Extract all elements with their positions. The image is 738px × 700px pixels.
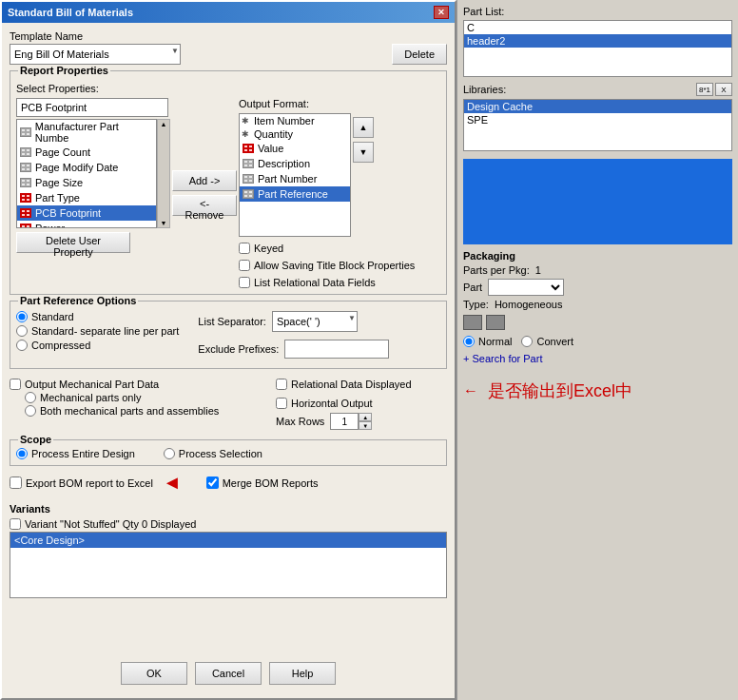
close-button[interactable]: ✕ [434, 6, 449, 19]
list-item[interactable]: Page Modify Date [17, 160, 156, 175]
move-down-button[interactable]: ▼ [353, 142, 374, 163]
output-list-item[interactable]: ✱ Item Number [240, 114, 350, 127]
list-relational-checkbox[interactable] [239, 277, 250, 288]
bottom-buttons: OK Cancel Help [10, 656, 447, 690]
mechanical-only-radio[interactable] [25, 392, 36, 403]
output-format-label: Output Format: [239, 98, 415, 109]
compressed-label: Compressed [31, 340, 90, 351]
properties-filter-input[interactable] [16, 98, 168, 117]
merge-bom-right: Merge BOM Reports [206, 476, 319, 489]
lib-close-button[interactable]: X [715, 83, 732, 96]
process-entire-radio[interactable] [16, 448, 28, 459]
list-item[interactable]: Manufacturer Part Numbe [17, 120, 156, 145]
scroll-arrows: ▲ ▼ [157, 119, 170, 228]
cancel-button[interactable]: Cancel [195, 662, 262, 685]
list-relational-label: List Relational Data Fields [254, 277, 376, 288]
type-row: Type: Homogeneous [463, 299, 732, 310]
mechanical-only-label: Mechanical parts only [40, 392, 141, 403]
normal-radio[interactable] [463, 336, 475, 347]
output-format-area: Output Format: ✱ Item Number ✱ Quantity [239, 98, 415, 288]
part-select[interactable] [488, 279, 564, 296]
libraries-section: Libraries: 8*1 X Design Cache SPE [463, 83, 732, 151]
type-label: Type: [463, 299, 489, 310]
horizontal-output-checkbox[interactable] [276, 398, 287, 409]
search-part-row: + Search for Part [463, 353, 732, 364]
annotation-section: ← 是否输出到Excel中 [463, 379, 732, 402]
part-list-item-selected[interactable]: header2 [464, 34, 731, 48]
process-selection-radio[interactable] [164, 448, 175, 459]
libraries-header: Libraries: 8*1 X [463, 83, 732, 96]
variant-list-item[interactable]: <Core Design> [10, 533, 446, 548]
table-icon [242, 187, 255, 201]
merge-bom-checkbox[interactable] [206, 476, 219, 489]
annotation-arrow: ← [463, 382, 478, 399]
part-list-label: Part List: [463, 6, 732, 17]
list-item[interactable]: Page Count [17, 145, 156, 160]
output-list-item-selected[interactable]: Part Reference [240, 186, 350, 202]
compressed-radio-row: Compressed [16, 340, 179, 351]
add-remove-col: Add -> <- Remove [176, 98, 233, 288]
export-bom-checkbox[interactable] [10, 476, 22, 489]
allow-title-block-label: Allow Saving Title Block Properties [254, 260, 415, 271]
standard-radio[interactable] [16, 311, 28, 322]
allow-title-block-checkbox[interactable] [239, 260, 250, 271]
list-item-selected[interactable]: PCB Footprint [17, 205, 156, 221]
output-list-item[interactable]: Value [240, 141, 350, 156]
chip-icon-2 [486, 315, 505, 330]
output-mechanical-checkbox[interactable] [10, 379, 21, 390]
list-item[interactable]: Part Type [17, 190, 156, 205]
dialog-titlebar: Standard Bill of Materials ✕ [2, 2, 455, 23]
list-item[interactable]: Power [17, 221, 156, 228]
remove-button[interactable]: <- Remove [172, 195, 237, 216]
spin-down-button[interactable]: ▼ [359, 421, 372, 430]
standard-sep-label: Standard- separate line per part [31, 325, 179, 337]
select-props-text: Select Properties: [16, 83, 99, 94]
table-icon [19, 126, 32, 139]
allow-title-block-row: Allow Saving Title Block Properties [239, 260, 415, 271]
table-red-icon [242, 142, 255, 155]
delete-user-property-button[interactable]: Delete User Property [16, 232, 130, 253]
both-mech-radio[interactable] [25, 405, 36, 417]
part-ref-options-title: Part Reference Options [18, 295, 138, 306]
exclude-prefixes-input[interactable] [284, 340, 389, 359]
compressed-radio[interactable] [16, 340, 28, 351]
part-list-item[interactable]: C [464, 21, 731, 34]
spin-up-button[interactable]: ▲ [359, 413, 372, 421]
standard-sep-radio[interactable] [16, 325, 28, 337]
library-list-item[interactable]: SPE [464, 113, 731, 126]
max-rows-input[interactable] [330, 413, 359, 430]
report-properties-group: Report Properties Select Properties: Man… [10, 70, 447, 295]
list-separator-select[interactable]: Space(' ') [272, 311, 358, 332]
list-separator-combo: Space(' ') [272, 311, 358, 332]
output-list-item[interactable]: ✱ Quantity [240, 127, 350, 141]
relational-displayed-checkbox[interactable] [276, 379, 287, 390]
keyed-checkbox[interactable] [239, 243, 250, 254]
table-red-icon [19, 191, 32, 204]
part-ref-options-content: Standard Standard- separate line per par… [16, 311, 440, 362]
variants-section: Variants Variant "Not Stuffed" Qty 0 Dis… [10, 503, 447, 598]
standard-radio-row: Standard [16, 311, 179, 322]
properties-area: Manufacturer Part Numbe Page Count Page … [16, 98, 440, 288]
dialog-title: Standard Bill of Materials [8, 7, 133, 18]
packaging-section: Packaging Parts per Pkg: 1 Part Type: Ho… [463, 250, 732, 330]
properties-list-wrapper: Manufacturer Part Numbe Page Count Page … [16, 119, 170, 228]
output-list-item[interactable]: Part Number [240, 171, 350, 186]
library-list-item-selected[interactable]: Design Cache [464, 100, 731, 113]
search-part-label[interactable]: + Search for Part [463, 353, 542, 364]
variant-not-stuffed-checkbox[interactable] [10, 518, 21, 530]
convert-radio[interactable] [521, 336, 533, 347]
move-up-button[interactable]: ▲ [353, 117, 374, 138]
help-button[interactable]: Help [269, 662, 336, 685]
delete-template-button[interactable]: Delete [392, 44, 447, 65]
normal-label: Normal [478, 336, 512, 347]
template-select[interactable]: Eng Bill Of Materials [10, 44, 181, 65]
properties-list: Manufacturer Part Numbe Page Count Page … [16, 119, 157, 228]
output-mechanical-label: Output Mechanical Part Data [25, 379, 159, 390]
ok-button[interactable]: OK [121, 662, 187, 685]
output-list-item[interactable]: Description [240, 156, 350, 171]
horizontal-output-label: Horizontal Output [291, 398, 373, 409]
add-button[interactable]: Add -> [172, 170, 237, 191]
list-item[interactable]: Page Size [17, 175, 156, 190]
lib-config-button[interactable]: 8*1 [696, 83, 713, 96]
normal-convert-row: Normal Convert [463, 336, 732, 347]
